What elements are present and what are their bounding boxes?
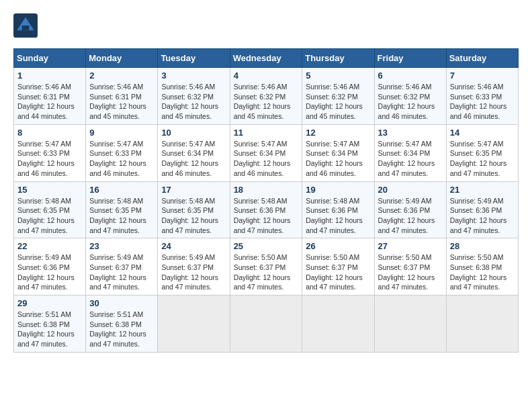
calendar-week-row: 29Sunrise: 5:51 AMSunset: 6:38 PMDayligh… (14, 295, 519, 353)
calendar-week-row: 22Sunrise: 5:49 AMSunset: 6:36 PMDayligh… (14, 238, 519, 295)
day-number: 25 (234, 241, 299, 251)
day-number: 23 (89, 241, 154, 251)
weekday-header-row: SundayMondayTuesdayWednesdayThursdayFrid… (14, 49, 519, 68)
day-number: 26 (306, 241, 370, 251)
day-number: 28 (450, 241, 515, 251)
day-info: Sunrise: 5:47 AMSunset: 6:33 PMDaylight:… (17, 139, 82, 179)
calendar-cell: 18Sunrise: 5:48 AMSunset: 6:36 PMDayligh… (230, 181, 302, 238)
calendar-cell: 16Sunrise: 5:48 AMSunset: 6:35 PMDayligh… (86, 181, 158, 238)
day-info: Sunrise: 5:46 AMSunset: 6:32 PMDaylight:… (306, 82, 370, 122)
day-number: 2 (89, 71, 154, 81)
day-number: 19 (306, 185, 370, 195)
calendar-cell: 2Sunrise: 5:46 AMSunset: 6:31 PMDaylight… (86, 68, 158, 125)
calendar-cell: 11Sunrise: 5:47 AMSunset: 6:34 PMDayligh… (230, 124, 302, 181)
day-number: 8 (17, 128, 82, 138)
day-info: Sunrise: 5:51 AMSunset: 6:38 PMDaylight:… (17, 310, 82, 349)
day-info: Sunrise: 5:49 AMSunset: 6:37 PMDaylight:… (89, 253, 154, 292)
svg-rect-2 (22, 26, 30, 30)
day-number: 4 (234, 71, 299, 81)
day-info: Sunrise: 5:46 AMSunset: 6:33 PMDaylight:… (450, 82, 515, 122)
day-number: 12 (306, 128, 370, 138)
day-number: 7 (450, 71, 515, 81)
day-info: Sunrise: 5:50 AMSunset: 6:37 PMDaylight:… (306, 253, 370, 292)
calendar-cell (302, 295, 374, 353)
calendar-cell: 4Sunrise: 5:46 AMSunset: 6:32 PMDaylight… (230, 68, 302, 125)
calendar-cell: 6Sunrise: 5:46 AMSunset: 6:32 PMDaylight… (374, 68, 446, 125)
day-number: 21 (450, 185, 515, 195)
weekday-header: Sunday (14, 49, 86, 68)
calendar-cell: 9Sunrise: 5:47 AMSunset: 6:33 PMDaylight… (86, 124, 158, 181)
day-info: Sunrise: 5:48 AMSunset: 6:36 PMDaylight:… (306, 196, 370, 236)
logo-icon (13, 13, 38, 38)
day-number: 6 (378, 71, 443, 81)
calendar-cell: 17Sunrise: 5:48 AMSunset: 6:35 PMDayligh… (158, 181, 230, 238)
logo (13, 13, 42, 38)
day-info: Sunrise: 5:47 AMSunset: 6:34 PMDaylight:… (161, 139, 226, 179)
day-info: Sunrise: 5:47 AMSunset: 6:34 PMDaylight:… (234, 139, 299, 179)
day-info: Sunrise: 5:48 AMSunset: 6:36 PMDaylight:… (234, 196, 299, 236)
calendar-cell: 27Sunrise: 5:50 AMSunset: 6:37 PMDayligh… (374, 238, 446, 295)
day-info: Sunrise: 5:49 AMSunset: 6:36 PMDaylight:… (17, 253, 82, 292)
page-header (13, 13, 519, 38)
day-number: 11 (234, 128, 299, 138)
calendar-cell: 24Sunrise: 5:49 AMSunset: 6:37 PMDayligh… (158, 238, 230, 295)
weekday-header: Tuesday (158, 49, 230, 68)
day-number: 1 (17, 71, 82, 81)
day-info: Sunrise: 5:46 AMSunset: 6:32 PMDaylight:… (161, 82, 226, 122)
day-info: Sunrise: 5:46 AMSunset: 6:32 PMDaylight:… (234, 82, 299, 122)
calendar-cell: 19Sunrise: 5:48 AMSunset: 6:36 PMDayligh… (302, 181, 374, 238)
day-number: 20 (378, 185, 443, 195)
calendar-cell: 28Sunrise: 5:50 AMSunset: 6:38 PMDayligh… (446, 238, 518, 295)
day-info: Sunrise: 5:48 AMSunset: 6:35 PMDaylight:… (17, 196, 82, 236)
calendar-cell: 13Sunrise: 5:47 AMSunset: 6:34 PMDayligh… (374, 124, 446, 181)
day-number: 5 (306, 71, 370, 81)
day-info: Sunrise: 5:48 AMSunset: 6:35 PMDaylight:… (161, 196, 226, 236)
day-info: Sunrise: 5:48 AMSunset: 6:35 PMDaylight:… (89, 196, 154, 236)
calendar-cell: 26Sunrise: 5:50 AMSunset: 6:37 PMDayligh… (302, 238, 374, 295)
day-number: 22 (17, 241, 82, 251)
calendar-cell (230, 295, 302, 353)
day-info: Sunrise: 5:50 AMSunset: 6:37 PMDaylight:… (234, 253, 299, 292)
calendar-cell: 5Sunrise: 5:46 AMSunset: 6:32 PMDaylight… (302, 68, 374, 125)
day-number: 14 (450, 128, 515, 138)
calendar-cell: 23Sunrise: 5:49 AMSunset: 6:37 PMDayligh… (86, 238, 158, 295)
day-info: Sunrise: 5:46 AMSunset: 6:32 PMDaylight:… (378, 82, 443, 122)
day-number: 3 (161, 71, 226, 81)
calendar-cell: 14Sunrise: 5:47 AMSunset: 6:35 PMDayligh… (446, 124, 518, 181)
calendar-cell: 29Sunrise: 5:51 AMSunset: 6:38 PMDayligh… (14, 295, 86, 353)
calendar-cell: 22Sunrise: 5:49 AMSunset: 6:36 PMDayligh… (14, 238, 86, 295)
day-number: 13 (378, 128, 443, 138)
day-info: Sunrise: 5:47 AMSunset: 6:34 PMDaylight:… (378, 139, 443, 179)
weekday-header: Monday (86, 49, 158, 68)
day-number: 24 (161, 241, 226, 251)
calendar-cell (158, 295, 230, 353)
calendar-week-row: 1Sunrise: 5:46 AMSunset: 6:31 PMDaylight… (14, 68, 519, 125)
calendar-cell: 1Sunrise: 5:46 AMSunset: 6:31 PMDaylight… (14, 68, 86, 125)
day-number: 18 (234, 185, 299, 195)
day-info: Sunrise: 5:46 AMSunset: 6:31 PMDaylight:… (17, 82, 82, 122)
day-info: Sunrise: 5:46 AMSunset: 6:31 PMDaylight:… (89, 82, 154, 122)
day-info: Sunrise: 5:51 AMSunset: 6:38 PMDaylight:… (89, 310, 154, 349)
day-info: Sunrise: 5:49 AMSunset: 6:36 PMDaylight:… (378, 196, 443, 236)
calendar-cell: 12Sunrise: 5:47 AMSunset: 6:34 PMDayligh… (302, 124, 374, 181)
day-number: 9 (89, 128, 154, 138)
calendar-cell: 8Sunrise: 5:47 AMSunset: 6:33 PMDaylight… (14, 124, 86, 181)
calendar-cell: 25Sunrise: 5:50 AMSunset: 6:37 PMDayligh… (230, 238, 302, 295)
day-info: Sunrise: 5:49 AMSunset: 6:36 PMDaylight:… (450, 196, 515, 236)
calendar-cell: 20Sunrise: 5:49 AMSunset: 6:36 PMDayligh… (374, 181, 446, 238)
day-info: Sunrise: 5:50 AMSunset: 6:38 PMDaylight:… (450, 253, 515, 292)
calendar-cell: 7Sunrise: 5:46 AMSunset: 6:33 PMDaylight… (446, 68, 518, 125)
day-number: 17 (161, 185, 226, 195)
calendar-cell: 15Sunrise: 5:48 AMSunset: 6:35 PMDayligh… (14, 181, 86, 238)
calendar-table: SundayMondayTuesdayWednesdayThursdayFrid… (13, 48, 519, 353)
day-number: 30 (89, 298, 154, 308)
calendar-cell (446, 295, 518, 353)
day-info: Sunrise: 5:50 AMSunset: 6:37 PMDaylight:… (378, 253, 443, 292)
day-info: Sunrise: 5:47 AMSunset: 6:35 PMDaylight:… (450, 139, 515, 179)
day-info: Sunrise: 5:47 AMSunset: 6:33 PMDaylight:… (89, 139, 154, 179)
weekday-header: Wednesday (230, 49, 302, 68)
weekday-header: Saturday (446, 49, 518, 68)
day-number: 27 (378, 241, 443, 251)
day-number: 16 (89, 185, 154, 195)
weekday-header: Thursday (302, 49, 374, 68)
